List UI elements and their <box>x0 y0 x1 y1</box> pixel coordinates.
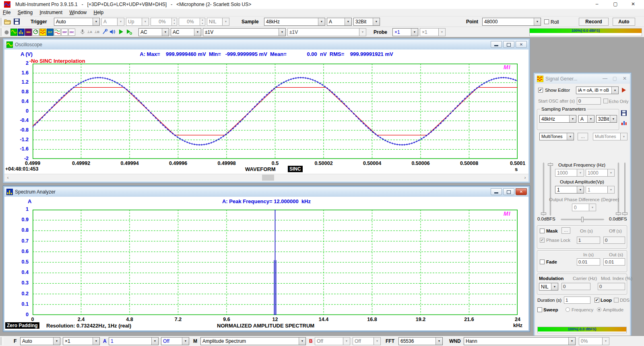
waveform-b-select[interactable]: MultiTones▼ <box>593 133 627 140</box>
mask-off-input[interactable] <box>603 237 625 244</box>
zero-padding-badge[interactable]: Zero Padding <box>5 322 39 329</box>
sinc-badge[interactable]: SINC <box>288 166 303 172</box>
scroll-left-icon[interactable]: ‹ <box>4 174 11 181</box>
signal-generator-title-bar[interactable]: Signal Gener... — ▢ ✕ <box>535 74 630 84</box>
probe-b-select[interactable]: ×1▼ <box>420 28 446 36</box>
range-a-select[interactable]: ±1V▼ <box>203 28 286 36</box>
overlap-select[interactable]: 0%▼ <box>579 337 609 345</box>
restore-button[interactable] <box>503 41 514 48</box>
frequency-multiplier-select[interactable]: ×1▼ <box>63 337 100 345</box>
generator-tones-icon[interactable] <box>621 120 627 126</box>
close-button[interactable]: ✕ <box>516 188 527 195</box>
scroll-right-icon[interactable]: › <box>522 174 528 181</box>
scrollbar-thumb[interactable] <box>262 175 274 181</box>
derived-data-icon[interactable] <box>54 29 61 36</box>
close-button[interactable]: ✕ <box>516 41 527 48</box>
trigger-delay-spinner[interactable]: 0%▲▼ <box>179 18 205 26</box>
generator-save-icon[interactable] <box>621 110 627 116</box>
data-logger-icon[interactable] <box>32 29 39 36</box>
waveform-a-select[interactable]: MultiTones▼ <box>539 133 574 140</box>
mask-checkbox[interactable] <box>540 229 545 233</box>
fader-b-inner-thumb[interactable] <box>616 212 621 215</box>
coupling-a-select[interactable]: AC▼ <box>138 28 169 36</box>
spectrum-plot[interactable] <box>33 210 518 315</box>
auto-scale-button[interactable]: Auto <box>613 18 635 26</box>
minimize-button[interactable]: — <box>603 76 607 81</box>
fade-checkbox[interactable] <box>540 260 545 264</box>
save-icon[interactable] <box>14 19 20 25</box>
sample-bits-select[interactable]: 32Bit▼ <box>353 18 380 26</box>
fft-size-select[interactable]: 65536▼ <box>398 337 443 345</box>
signal-generator-icon[interactable] <box>39 29 46 36</box>
balance-slider-thumb[interactable] <box>581 217 584 222</box>
oscilloscope-title-bar[interactable]: Oscilloscope ✕ <box>4 40 528 50</box>
menu-file[interactable]: File <box>0 9 13 16</box>
point-count-select[interactable]: 48000▼ <box>482 18 541 26</box>
show-editor-checkbox[interactable] <box>538 88 543 93</box>
start-osc-input[interactable] <box>577 97 601 105</box>
menu-instrument[interactable]: Instrument <box>37 9 65 16</box>
analysis-mode-select[interactable]: Amplitude Spectrum▼ <box>200 337 306 345</box>
app-minimize-button[interactable]: – <box>591 1 603 8</box>
trigger-level-spinner[interactable]: 0%▲▼ <box>151 18 177 26</box>
window-function-select[interactable]: Hann▼ <box>464 337 576 345</box>
app-maximize-button[interactable]: ▢ <box>609 1 621 8</box>
roll-checkbox[interactable] <box>544 19 549 24</box>
amplitude-b-select[interactable]: 1▼ <box>586 186 615 194</box>
restore-button[interactable] <box>503 188 514 195</box>
fader-b-outer-thumb[interactable] <box>622 212 627 215</box>
fade-in-input[interactable] <box>577 258 600 266</box>
trigger-source-select[interactable]: A▼ <box>101 18 124 26</box>
sample-channel-select[interactable]: A▼ <box>327 18 352 26</box>
device-under-test-icon[interactable]: DUT <box>47 29 54 36</box>
frequency-b-select[interactable]: 1000▼ <box>586 169 615 177</box>
toolbar-grip[interactable] <box>1 337 3 345</box>
spectrum-title-bar[interactable]: Spectrum Analyzer ✕ <box>4 187 528 197</box>
fader-a-inner-track[interactable] <box>550 163 551 216</box>
menu-help[interactable]: Help <box>91 9 107 16</box>
ddc-viewer-icon[interactable]: DDC <box>68 29 75 36</box>
menu-window[interactable]: Window <box>66 9 89 16</box>
fader-a-outer-track[interactable] <box>543 163 544 216</box>
minimize-button[interactable] <box>491 188 502 195</box>
spinner-arrows-icon[interactable]: ▲▼ <box>200 18 205 25</box>
ddp-viewer-icon[interactable]: DDP <box>61 29 68 36</box>
fade-out-input[interactable] <box>603 258 625 266</box>
trigger-hpf-select[interactable]: NIL▼ <box>207 18 229 26</box>
fader-b-inner-track[interactable] <box>618 163 619 216</box>
multimeter-icon[interactable]: 888 <box>25 29 32 36</box>
fader-a-outer-thumb[interactable] <box>541 212 546 215</box>
phase-select[interactable]: 0▼ <box>572 204 596 211</box>
maximize-button[interactable]: ▢ <box>613 76 617 81</box>
duration-input[interactable] <box>564 297 590 304</box>
monitor-record-icon[interactable] <box>3 29 10 36</box>
fader-b-outer-track[interactable] <box>624 163 625 216</box>
trigger-mode-select[interactable]: Auto▼ <box>54 18 100 26</box>
phase-lock-checkbox[interactable] <box>540 238 545 243</box>
run-loop-icon[interactable] <box>126 29 132 36</box>
spectrum-analyzer-icon[interactable] <box>18 29 25 36</box>
trigger-edge-select[interactable]: Up▼ <box>126 18 149 26</box>
oscilloscope-icon[interactable] <box>10 29 17 36</box>
amplitude-a-select[interactable]: 1▼ <box>555 186 584 194</box>
minimize-button[interactable] <box>491 41 502 48</box>
mod-index-input[interactable] <box>598 283 625 290</box>
frequency-a-select[interactable]: 1000▼ <box>555 169 584 177</box>
sweep-frequency-radio[interactable] <box>566 307 570 312</box>
ground-b-icon[interactable]: ⊥B <box>93 29 100 36</box>
frequency-axis-select[interactable]: Auto▼ <box>20 337 60 345</box>
mask-editor-button[interactable]: ... <box>561 227 570 234</box>
gain-a-select[interactable]: 1▼ <box>109 337 159 345</box>
record-button[interactable]: Record <box>579 18 609 26</box>
app-close-button[interactable]: ✕ <box>627 1 639 8</box>
sample-rate-select[interactable]: 48kHz▼ <box>264 18 325 26</box>
probe-calibration-icon[interactable] <box>101 29 108 36</box>
loop-checkbox[interactable] <box>594 298 599 303</box>
sweep-amplitude-radio[interactable] <box>597 307 601 312</box>
input-mute-icon[interactable] <box>79 29 86 36</box>
generator-bits-select[interactable]: 32Bit▼ <box>596 115 617 123</box>
ref-a-select[interactable]: Off▼ <box>161 337 189 345</box>
carrier-input[interactable] <box>561 283 590 290</box>
routing-select[interactable]: iA = oA, iB = oB▼ <box>576 86 619 94</box>
sweep-checkbox[interactable] <box>537 307 542 312</box>
